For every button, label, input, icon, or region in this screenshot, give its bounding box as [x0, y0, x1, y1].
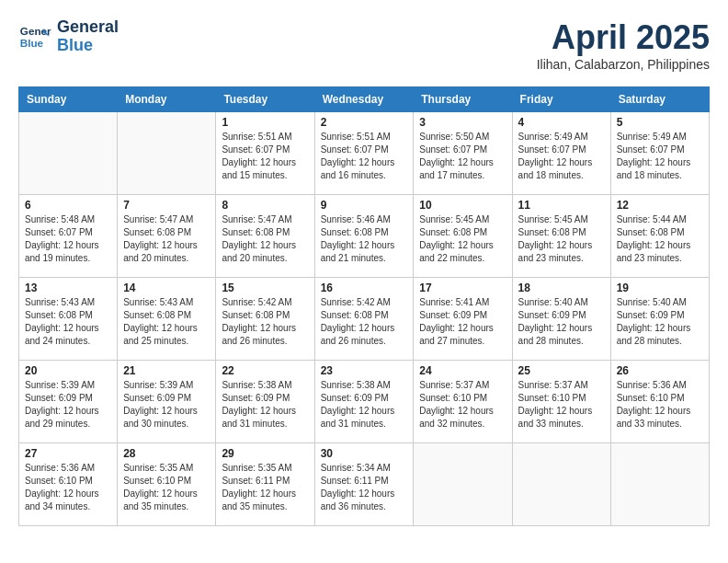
- day-number: 17: [419, 282, 506, 294]
- day-number: 7: [123, 199, 210, 212]
- day-detail: Sunrise: 5:38 AM Sunset: 6:09 PM Dayligh…: [321, 379, 408, 431]
- calendar-cell: 12Sunrise: 5:44 AM Sunset: 6:08 PM Dayli…: [610, 195, 709, 278]
- day-number: 8: [222, 199, 308, 212]
- calendar-table: SundayMondayTuesdayWednesdayThursdayFrid…: [18, 86, 710, 526]
- day-detail: Sunrise: 5:48 AM Sunset: 6:07 PM Dayligh…: [25, 213, 111, 265]
- logo: General Blue General Blue: [18, 18, 119, 55]
- day-detail: Sunrise: 5:39 AM Sunset: 6:09 PM Dayligh…: [123, 379, 210, 431]
- header: General Blue General Blue April 2025 Ili…: [18, 18, 710, 72]
- calendar-cell: 26Sunrise: 5:36 AM Sunset: 6:10 PM Dayli…: [610, 361, 709, 443]
- day-number: 11: [518, 199, 605, 212]
- day-detail: Sunrise: 5:49 AM Sunset: 6:07 PM Dayligh…: [518, 131, 605, 182]
- calendar-cell: 21Sunrise: 5:39 AM Sunset: 6:09 PM Dayli…: [118, 361, 216, 443]
- day-number: 10: [419, 199, 506, 212]
- calendar-cell: 2Sunrise: 5:51 AM Sunset: 6:07 PM Daylig…: [314, 112, 414, 195]
- day-number: 3: [419, 116, 506, 129]
- week-row-1: 1Sunrise: 5:51 AM Sunset: 6:07 PM Daylig…: [19, 112, 710, 195]
- calendar-cell: 27Sunrise: 5:36 AM Sunset: 6:10 PM Dayli…: [19, 443, 118, 526]
- calendar-cell: [610, 443, 709, 526]
- day-detail: Sunrise: 5:46 AM Sunset: 6:08 PM Dayligh…: [321, 213, 408, 265]
- calendar-cell: 30Sunrise: 5:34 AM Sunset: 6:11 PM Dayli…: [314, 443, 414, 526]
- day-detail: Sunrise: 5:35 AM Sunset: 6:10 PM Dayligh…: [123, 462, 210, 513]
- day-detail: Sunrise: 5:35 AM Sunset: 6:11 PM Dayligh…: [222, 462, 308, 513]
- day-number: 20: [25, 364, 111, 377]
- calendar-subtitle: Ilihan, Calabarzon, Philippines: [537, 57, 710, 72]
- title-area: April 2025 Ilihan, Calabarzon, Philippin…: [537, 18, 710, 72]
- calendar-cell: 23Sunrise: 5:38 AM Sunset: 6:09 PM Dayli…: [314, 361, 414, 443]
- calendar-cell: 8Sunrise: 5:47 AM Sunset: 6:08 PM Daylig…: [216, 195, 314, 278]
- calendar-cell: 9Sunrise: 5:46 AM Sunset: 6:08 PM Daylig…: [314, 195, 414, 278]
- calendar-cell: 17Sunrise: 5:41 AM Sunset: 6:09 PM Dayli…: [414, 278, 512, 361]
- calendar-cell: 25Sunrise: 5:37 AM Sunset: 6:10 PM Dayli…: [512, 361, 610, 443]
- day-number: 26: [617, 364, 703, 377]
- day-number: 28: [123, 447, 210, 460]
- day-detail: Sunrise: 5:47 AM Sunset: 6:08 PM Dayligh…: [123, 213, 210, 265]
- day-number: 29: [222, 447, 308, 460]
- day-detail: Sunrise: 5:37 AM Sunset: 6:10 PM Dayligh…: [518, 379, 605, 431]
- day-detail: Sunrise: 5:34 AM Sunset: 6:11 PM Dayligh…: [321, 462, 408, 513]
- calendar-cell: [118, 112, 216, 195]
- logo-line2: Blue: [57, 36, 93, 54]
- day-detail: Sunrise: 5:42 AM Sunset: 6:08 PM Dayligh…: [321, 296, 408, 348]
- header-cell-tuesday: Tuesday: [216, 87, 314, 112]
- calendar-cell: 11Sunrise: 5:45 AM Sunset: 6:08 PM Dayli…: [512, 195, 610, 278]
- day-detail: Sunrise: 5:37 AM Sunset: 6:10 PM Dayligh…: [419, 379, 506, 431]
- week-row-5: 27Sunrise: 5:36 AM Sunset: 6:10 PM Dayli…: [19, 443, 710, 526]
- calendar-cell: 13Sunrise: 5:43 AM Sunset: 6:08 PM Dayli…: [19, 278, 118, 361]
- svg-text:General: General: [20, 25, 51, 37]
- day-detail: Sunrise: 5:47 AM Sunset: 6:08 PM Dayligh…: [222, 213, 308, 265]
- day-number: 30: [321, 447, 408, 460]
- day-detail: Sunrise: 5:45 AM Sunset: 6:08 PM Dayligh…: [518, 213, 605, 265]
- calendar-cell: 28Sunrise: 5:35 AM Sunset: 6:10 PM Dayli…: [118, 443, 216, 526]
- day-detail: Sunrise: 5:51 AM Sunset: 6:07 PM Dayligh…: [222, 131, 308, 182]
- day-detail: Sunrise: 5:40 AM Sunset: 6:09 PM Dayligh…: [518, 296, 605, 348]
- day-detail: Sunrise: 5:43 AM Sunset: 6:08 PM Dayligh…: [25, 296, 111, 348]
- day-number: 6: [25, 199, 111, 212]
- calendar-cell: 29Sunrise: 5:35 AM Sunset: 6:11 PM Dayli…: [216, 443, 314, 526]
- logo-icon: General Blue: [18, 20, 51, 53]
- week-row-4: 20Sunrise: 5:39 AM Sunset: 6:09 PM Dayli…: [19, 361, 710, 443]
- day-detail: Sunrise: 5:38 AM Sunset: 6:09 PM Dayligh…: [222, 379, 308, 431]
- day-detail: Sunrise: 5:50 AM Sunset: 6:07 PM Dayligh…: [419, 131, 506, 182]
- header-cell-thursday: Thursday: [414, 87, 512, 112]
- calendar-cell: 22Sunrise: 5:38 AM Sunset: 6:09 PM Dayli…: [216, 361, 314, 443]
- calendar-cell: [414, 443, 512, 526]
- header-cell-wednesday: Wednesday: [314, 87, 414, 112]
- calendar-cell: 7Sunrise: 5:47 AM Sunset: 6:08 PM Daylig…: [118, 195, 216, 278]
- calendar-cell: 24Sunrise: 5:37 AM Sunset: 6:10 PM Dayli…: [414, 361, 512, 443]
- day-detail: Sunrise: 5:44 AM Sunset: 6:08 PM Dayligh…: [617, 213, 703, 265]
- calendar-cell: 10Sunrise: 5:45 AM Sunset: 6:08 PM Dayli…: [414, 195, 512, 278]
- day-detail: Sunrise: 5:45 AM Sunset: 6:08 PM Dayligh…: [419, 213, 506, 265]
- calendar-body: 1Sunrise: 5:51 AM Sunset: 6:07 PM Daylig…: [19, 112, 710, 526]
- day-number: 15: [222, 282, 308, 294]
- week-row-3: 13Sunrise: 5:43 AM Sunset: 6:08 PM Dayli…: [19, 278, 710, 361]
- day-number: 25: [518, 364, 605, 377]
- calendar-title: April 2025: [537, 18, 710, 57]
- week-row-2: 6Sunrise: 5:48 AM Sunset: 6:07 PM Daylig…: [19, 195, 710, 278]
- day-number: 4: [518, 116, 605, 129]
- day-detail: Sunrise: 5:42 AM Sunset: 6:08 PM Dayligh…: [222, 296, 308, 348]
- calendar-cell: 18Sunrise: 5:40 AM Sunset: 6:09 PM Dayli…: [512, 278, 610, 361]
- calendar-cell: 3Sunrise: 5:50 AM Sunset: 6:07 PM Daylig…: [414, 112, 512, 195]
- logo-line1: General: [57, 17, 119, 36]
- day-number: 9: [321, 199, 408, 212]
- header-cell-sunday: Sunday: [19, 87, 118, 112]
- day-detail: Sunrise: 5:43 AM Sunset: 6:08 PM Dayligh…: [123, 296, 210, 348]
- day-detail: Sunrise: 5:39 AM Sunset: 6:09 PM Dayligh…: [25, 379, 111, 431]
- day-detail: Sunrise: 5:41 AM Sunset: 6:09 PM Dayligh…: [419, 296, 506, 348]
- day-number: 13: [25, 282, 111, 294]
- calendar-cell: [19, 112, 118, 195]
- calendar-cell: 5Sunrise: 5:49 AM Sunset: 6:07 PM Daylig…: [610, 112, 709, 195]
- calendar-cell: 19Sunrise: 5:40 AM Sunset: 6:09 PM Dayli…: [610, 278, 709, 361]
- day-number: 14: [123, 282, 210, 294]
- day-number: 12: [617, 199, 703, 212]
- day-number: 1: [222, 116, 308, 129]
- day-number: 18: [518, 282, 605, 294]
- calendar-cell: 1Sunrise: 5:51 AM Sunset: 6:07 PM Daylig…: [216, 112, 314, 195]
- day-number: 2: [321, 116, 408, 129]
- day-number: 5: [617, 116, 703, 129]
- calendar-cell: 20Sunrise: 5:39 AM Sunset: 6:09 PM Dayli…: [19, 361, 118, 443]
- header-cell-saturday: Saturday: [610, 87, 709, 112]
- day-number: 22: [222, 364, 308, 377]
- day-number: 27: [25, 447, 111, 460]
